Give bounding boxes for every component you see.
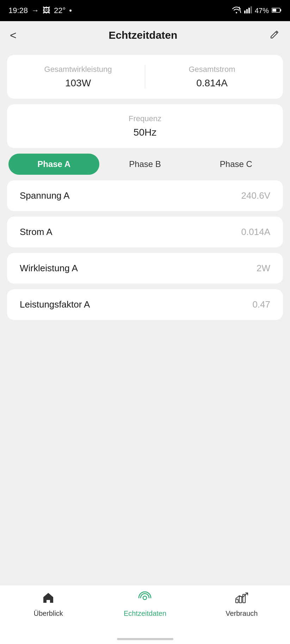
status-arrow-icon: → (31, 6, 39, 15)
realtime-icon (138, 591, 152, 607)
gesamtwirkleistung-value: 103W (18, 78, 138, 89)
status-dot: • (69, 6, 72, 15)
wirkleistung-row: Wirkleistung A 2W (7, 253, 283, 284)
svg-rect-1 (244, 11, 246, 13)
nav-overview[interactable]: Überblick (13, 591, 84, 618)
phase-b-tab[interactable]: Phase B (99, 154, 190, 175)
svg-rect-3 (248, 8, 250, 13)
gesamtwirkleistung-label: Gesamtwirkleistung (18, 65, 138, 74)
phase-a-tab[interactable]: Phase A (8, 154, 99, 175)
status-temp: 22° (54, 6, 66, 15)
nav-overview-label: Überblick (33, 609, 63, 618)
page-title: Echtzeitdaten (109, 29, 177, 41)
svg-rect-10 (239, 596, 242, 603)
svg-line-0 (239, 7, 241, 13)
spannung-label: Spannung A (20, 190, 70, 201)
frequenz-card: Frequenz 50Hz (7, 104, 283, 148)
edit-button[interactable] (270, 29, 280, 42)
home-icon (42, 591, 55, 607)
phase-tabs: Phase A Phase B Phase C (7, 154, 283, 175)
strom-row: Strom A 0.014A (7, 217, 283, 247)
signal-icon (244, 6, 252, 15)
wifi-icon (232, 6, 241, 15)
svg-rect-9 (236, 599, 238, 603)
status-image-icon: 🖼 (43, 6, 50, 15)
strom-label: Strom A (20, 227, 52, 237)
svg-rect-2 (246, 9, 248, 13)
main-content: Gesamtwirkleistung 103W Gesamtstrom 0.81… (0, 49, 290, 585)
nav-realtime-label: Echtzeitdaten (124, 609, 166, 618)
status-right: 47% (232, 6, 282, 15)
header: < Echtzeitdaten (0, 21, 290, 49)
nav-realtime[interactable]: Echtzeitdaten (110, 591, 180, 618)
gesamtstrom-value: 0.814A (152, 78, 272, 89)
frequenz-label: Frequenz (18, 114, 272, 123)
status-bar: 19:28 → 🖼 22° • 47% (0, 0, 290, 21)
nav-consumption[interactable]: Verbrauch (206, 591, 277, 618)
gesamtstrom-section: Gesamtstrom 0.814A (145, 65, 272, 89)
spannung-row: Spannung A 240.6V (7, 180, 283, 211)
wirkleistung-label: Wirkleistung A (20, 263, 78, 274)
svg-point-8 (143, 596, 147, 600)
svg-rect-6 (280, 9, 281, 11)
wirkleistung-value: 2W (257, 263, 270, 274)
status-left: 19:28 → 🖼 22° • (8, 6, 72, 15)
battery-icon (272, 7, 282, 15)
status-time: 19:28 (8, 6, 28, 15)
gesamtstrom-label: Gesamtstrom (152, 65, 272, 74)
consumption-icon (235, 591, 249, 607)
phase-c-tab[interactable]: Phase C (191, 154, 282, 175)
leistungsfaktor-value: 0.47 (252, 299, 270, 310)
frequenz-value: 50Hz (18, 127, 272, 138)
summary-card: Gesamtwirkleistung 103W Gesamtstrom 0.81… (7, 55, 283, 99)
home-indicator (117, 638, 173, 640)
leistungsfaktor-row: Leistungsfaktor A 0.47 (7, 289, 283, 320)
spannung-value: 240.6V (241, 190, 270, 201)
nav-consumption-label: Verbrauch (226, 609, 258, 618)
svg-rect-7 (272, 9, 276, 12)
battery-percent: 47% (255, 7, 269, 15)
leistungsfaktor-label: Leistungsfaktor A (20, 299, 90, 310)
strom-value: 0.014A (241, 227, 270, 237)
gesamtwirkleistung-section: Gesamtwirkleistung 103W (18, 65, 145, 89)
bottom-nav: Überblick Echtzeitdaten Verbrauch (0, 585, 290, 634)
back-button[interactable]: < (10, 29, 17, 42)
svg-rect-4 (251, 6, 252, 13)
home-bar (0, 634, 290, 644)
